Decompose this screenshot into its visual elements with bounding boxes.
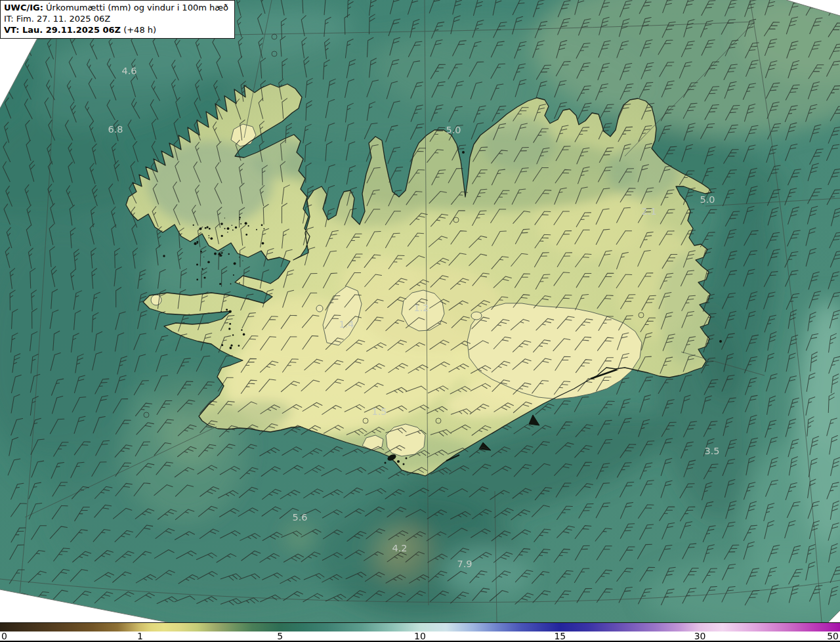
island-speck (229, 323, 231, 325)
island-speck (403, 463, 405, 465)
precip-max-label: 4.6 (121, 66, 136, 76)
colorbar-tick: 10 (414, 631, 426, 641)
island-speck (220, 310, 222, 312)
legend-title-line: UWC/IG: Úrkomumætti (mm) og vindur i 100… (4, 2, 228, 13)
precip-max-label: 2.1 (641, 206, 656, 217)
precip-max-label: 5.6 (292, 512, 307, 523)
precip-max-label: 6.8 (108, 124, 123, 135)
colorbar-tick: 15 (554, 631, 566, 641)
island-speck (227, 232, 228, 233)
island-speck (228, 253, 230, 255)
precip-max-label: 7.9 (457, 559, 472, 569)
island-speck (261, 225, 263, 226)
island-speck (226, 309, 228, 310)
precip-max-label: 1.2 (413, 303, 429, 313)
island-speck (209, 235, 210, 236)
island-speck (194, 242, 197, 245)
island-speck (221, 253, 222, 254)
island-speck (197, 243, 198, 244)
colorbar-tick: 5 (277, 631, 283, 641)
island-speck (248, 225, 249, 226)
model-id-label: UWC/IG: (4, 3, 43, 12)
colorbar-tick: 50 (827, 631, 839, 641)
island-speck (196, 241, 198, 243)
colorbar-tick-labels: 01510153050 (0, 631, 840, 642)
island-speck (219, 283, 221, 285)
precipitation-wind-map: 4.66.85.05.02.11.21.41.53.55.64.27.9 (0, 0, 840, 622)
island-speck (229, 310, 232, 313)
island-speck (239, 282, 240, 284)
island-speck (230, 284, 232, 285)
valid-time-line: VT: Lau. 29.11.2025 06Z (+48 h) (4, 24, 228, 35)
island-speck (220, 223, 223, 225)
product-title: Úrkomumætti (mm) og vindur i 100m hæð (43, 3, 228, 12)
island-speck (232, 230, 234, 231)
island-speck (203, 276, 205, 278)
glacier-outline (471, 312, 482, 320)
island-speck (245, 234, 247, 236)
island-speck (214, 253, 217, 255)
precip-max-label: 1.4 (339, 319, 354, 330)
island-speck (228, 328, 230, 330)
island-speck (233, 274, 234, 276)
island-speck (209, 228, 211, 230)
island-speck (207, 261, 210, 263)
island-speck (232, 334, 234, 335)
island-speck (193, 225, 194, 226)
island-speck (240, 223, 242, 225)
precip-max-label: 5.0 (700, 194, 715, 205)
island-speck (163, 255, 165, 257)
island-speck (242, 261, 243, 261)
island-speck (207, 226, 209, 228)
island-speck (230, 345, 232, 347)
island-speck (462, 151, 465, 154)
island-speck (205, 227, 207, 229)
weather-map-viewport: 4.66.85.05.02.11.21.41.53.55.64.27.9 UWC… (0, 0, 840, 642)
precip-max-label: 5.0 (446, 125, 461, 135)
init-time-line: IT: Fim. 27. 11. 2025 06Z (4, 13, 228, 24)
legend-box: UWC/IG: Úrkomumætti (mm) og vindur i 100… (0, 0, 235, 39)
colorbar-gradient (0, 622, 840, 631)
island-speck (196, 263, 198, 265)
island-speck (264, 228, 265, 230)
precip-max-label: 1.5 (371, 406, 387, 417)
valid-time-bold: VT: Lau. 29.11.2025 06Z (4, 25, 121, 35)
island-speck (245, 222, 247, 225)
island-speck (224, 217, 225, 218)
precip-max-label: 3.5 (704, 446, 719, 456)
island-speck (262, 242, 264, 245)
island-speck (719, 340, 722, 343)
island-speck (209, 237, 210, 238)
colorbar-tick: 0 (1, 631, 7, 641)
island-speck (227, 227, 230, 230)
island-speck (234, 263, 236, 265)
island-speck (397, 460, 400, 463)
island-speck (203, 257, 204, 257)
precip-max-label: 4.2 (392, 543, 407, 553)
island-speck (210, 237, 213, 240)
island-speck (224, 228, 226, 229)
valid-offset: (+48 h) (121, 25, 156, 35)
island-speck (201, 268, 203, 270)
island-speck (221, 235, 223, 237)
colorbar-tick: 30 (694, 631, 706, 641)
island-speck (243, 333, 245, 336)
island-speck (385, 462, 387, 464)
island-speck (235, 226, 237, 228)
island-speck (406, 458, 408, 460)
precipitation-colorbar: 01510153050 (0, 622, 840, 642)
glacier-outline (316, 305, 323, 312)
island-speck (232, 225, 233, 226)
island-speck (238, 345, 240, 347)
island-speck (241, 330, 242, 331)
island-speck (196, 279, 198, 281)
colorbar-tick: 1 (137, 631, 143, 641)
island-speck (256, 229, 257, 230)
island-speck (230, 347, 232, 349)
